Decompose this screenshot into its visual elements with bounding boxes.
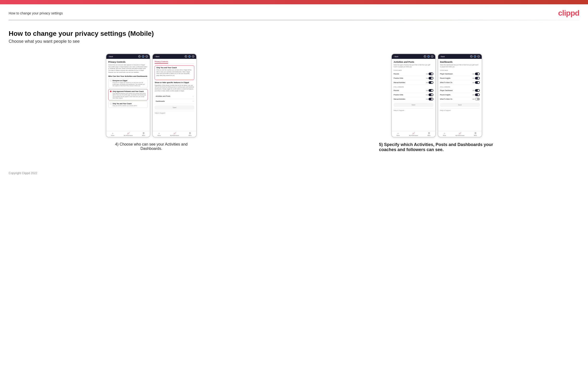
save-button-4[interactable]: Save [440, 103, 480, 107]
phone-4: ‹ Back 🔍 👤 ⚙ Dashboards Select the dashb… [438, 54, 482, 137]
home-icon-4: ⌂ [444, 132, 445, 134]
rounds-followers-toggle[interactable] [429, 89, 433, 92]
people-icon[interactable]: 👤 [142, 55, 144, 58]
nav-perf-2[interactable]: 📈 My Performance [170, 132, 179, 136]
what-work-followers-label: What To Work On [440, 98, 452, 100]
settings-icon[interactable]: ⚙ [146, 55, 148, 58]
copyright: Copyright Clippd 2022 [0, 167, 588, 180]
nav-home-label-2: Home [157, 135, 161, 136]
settings-icon-3[interactable]: ⚙ [431, 55, 433, 58]
option-approved-text: Only approved followers and coaches you … [112, 93, 146, 99]
practice-followers-toggle[interactable] [429, 93, 433, 96]
settings-icon-4[interactable]: ⚙ [477, 55, 480, 58]
home-icon-2: ⌂ [158, 132, 160, 134]
search-icon[interactable]: 🔍 [138, 55, 141, 58]
what-work-coaches-label: What To Work On [440, 82, 452, 83]
phone-2-content: Privacy Controls Only You and Your Coach… [153, 59, 196, 131]
phone-4-topbar: ‹ Back 🔍 👤 ⚙ [438, 54, 482, 59]
round-insights-coaches-toggle-container: ON [473, 77, 480, 80]
settings-icon-2[interactable]: ⚙ [192, 55, 194, 58]
player-dash-coaches-toggle-container: ON [473, 73, 480, 75]
people-icon-2[interactable]: 👤 [188, 55, 191, 58]
option-approved[interactable]: Only Approved Followers and Your Coach O… [108, 89, 148, 100]
radio-dot-everyone [110, 80, 112, 81]
manual-coaches-row: Manual Activities ON [394, 80, 433, 85]
phone-4-back[interactable]: ‹ Back [440, 56, 445, 57]
nav-menu-label-1: Menu [142, 135, 145, 136]
what-work-coaches-toggle-container: ON [473, 81, 480, 84]
dashboards-row[interactable]: Dashboards › [155, 99, 194, 104]
what-work-coaches-row: What To Work On ON [440, 80, 480, 85]
nav-home-2[interactable]: ⌂ Home [157, 132, 161, 136]
followers-label-4: FOLLOWERS [440, 86, 480, 88]
chart-icon-3: 📈 [412, 132, 415, 134]
practice-coaches-toggle[interactable] [429, 77, 433, 80]
phone-1-section-title: Privacy Controls [108, 61, 148, 63]
nav-menu-1[interactable]: ☰ Menu [142, 132, 145, 136]
phone-3: ‹ Back 🔍 👤 ⚙ Activities and Posts Select… [391, 54, 436, 137]
nav-perf-1[interactable]: 📈 My Performance [124, 132, 133, 136]
phone-3-back[interactable]: ‹ Back [394, 56, 398, 57]
phone-4-icons: 🔍 👤 ⚙ [470, 55, 480, 58]
nav-menu-2[interactable]: ☰ Menu [189, 132, 192, 136]
nav-perf-label-2: My Performance [170, 135, 179, 136]
caption-group-1: 4) Choose who can see your Activities an… [107, 142, 196, 151]
search-icon-2[interactable]: 🔍 [185, 55, 187, 58]
rounds-coaches-toggle[interactable] [429, 73, 433, 75]
phone-1-topbar: ‹ Back 🔍 👤 ⚙ [106, 54, 150, 59]
chart-icon-2: 📈 [173, 132, 176, 134]
manual-followers-toggle[interactable] [429, 98, 433, 100]
search-icon-4[interactable]: 🔍 [470, 55, 473, 58]
search-icon-3[interactable]: 🔍 [424, 55, 426, 58]
practice-coaches-label: Practice Drills [394, 77, 403, 79]
nav-home-1[interactable]: ⌂ Home [111, 132, 114, 136]
option-only-you[interactable]: Only You and Your Coach Only you and the… [108, 101, 148, 108]
highlight-only-you-coach: Only You and Your Coach Only you and the… [155, 65, 194, 80]
nav-home-3[interactable]: ⌂ Home [396, 132, 399, 136]
player-dash-followers-toggle[interactable] [475, 89, 480, 92]
save-button-2[interactable]: Save [155, 105, 194, 109]
main-content: How to change your privacy settings (Mob… [0, 20, 588, 167]
menu-icon-4: ☰ [475, 132, 476, 134]
mockup-row: ‹ Back 🔍 👤 ⚙ Privacy Controls Control ho… [9, 54, 579, 152]
coaches-label-3: COACHES [394, 70, 433, 71]
round-insights-followers-toggle[interactable] [475, 93, 480, 96]
round-insights-coaches-toggle[interactable] [475, 77, 480, 80]
privacy-controls-tab[interactable]: Privacy Controls [155, 61, 168, 64]
what-work-coaches-toggle[interactable] [475, 81, 480, 84]
player-dash-coaches-toggle[interactable] [475, 73, 480, 75]
option-everyone-title: Everyone on Clippd [112, 80, 146, 81]
what-work-followers-toggle[interactable] [475, 98, 480, 100]
what-work-followers-row: What To Work On ON [440, 97, 480, 101]
manual-followers-toggle-container: ON [426, 98, 433, 100]
phone-2-back[interactable]: ‹ Back [155, 56, 159, 57]
nav-menu-3[interactable]: ☰ Menu [427, 132, 431, 136]
phone-2-tab-bar: Privacy Controls [155, 61, 194, 64]
rounds-coaches-toggle-container: ON [426, 73, 433, 75]
phone-1-back[interactable]: ‹ Back [108, 56, 113, 57]
rounds-followers-label: Rounds [394, 90, 399, 91]
nav-menu-4[interactable]: ☰ Menu [474, 132, 477, 136]
people-icon-3[interactable]: 👤 [427, 55, 430, 58]
phone-1-body: Control how you and your data appears to… [108, 64, 148, 73]
nav-home-label-1: Home [111, 135, 114, 136]
phone-4-section-title: Dashboards [440, 61, 480, 63]
save-button-3[interactable]: Save [394, 103, 433, 107]
people-icon-4[interactable]: 👤 [474, 55, 476, 58]
help-support-3: Help & Support [394, 108, 433, 111]
manual-coaches-toggle[interactable] [429, 81, 433, 84]
manual-coaches-label: Manual Activities [394, 82, 405, 83]
activities-posts-row[interactable]: Activities and Posts › [155, 94, 194, 99]
player-dash-followers-toggle-container: ON [473, 89, 480, 92]
followers-label-3: FOLLOWERS [394, 86, 433, 88]
nav-perf-3[interactable]: 📈 My Performance [409, 132, 418, 136]
phone-1-icons: 🔍 👤 ⚙ [138, 55, 148, 58]
practice-followers-label: Practice Drills [394, 94, 403, 96]
home-icon-1: ⌂ [112, 132, 113, 134]
option-everyone[interactable]: Everyone on Clippd Everyone on Clippd ca… [108, 78, 148, 88]
top-accent-bar [0, 0, 588, 4]
dashboards-chevron: › [193, 100, 193, 103]
nav-home-4[interactable]: ⌂ Home [443, 132, 446, 136]
nav-perf-4[interactable]: 📈 My Performance [456, 132, 464, 136]
chart-icon-4: 📈 [459, 132, 461, 134]
